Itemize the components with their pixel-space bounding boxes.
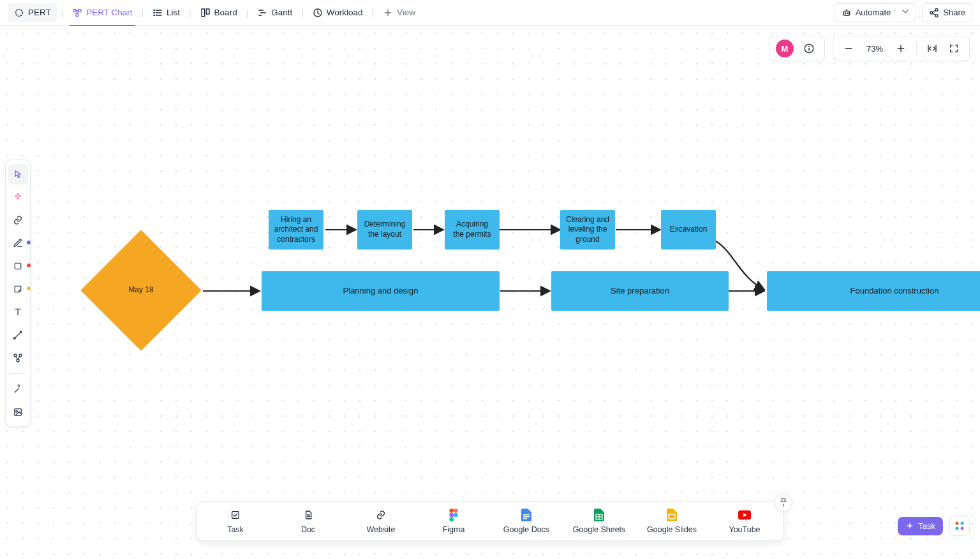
dock-task[interactable]: Task bbox=[208, 509, 263, 534]
list-icon bbox=[152, 8, 163, 18]
tab-gantt[interactable]: Gantt bbox=[249, 0, 300, 26]
app-name[interactable]: PERT bbox=[8, 3, 57, 22]
node-siteprep[interactable]: Site preparation bbox=[551, 271, 729, 311]
dock-label: Google Sheets bbox=[573, 525, 626, 534]
node-label: Hiring an architect and contractors bbox=[274, 215, 318, 245]
zoom-percent: 73% bbox=[861, 44, 888, 54]
square-icon bbox=[13, 261, 23, 271]
dock-doc[interactable]: Doc bbox=[281, 509, 336, 534]
tool-connector[interactable] bbox=[8, 325, 28, 345]
doc-icon bbox=[302, 509, 315, 521]
separator: | bbox=[300, 8, 305, 17]
node-planning[interactable]: Planning and design bbox=[262, 271, 500, 311]
svg-point-71 bbox=[961, 527, 964, 530]
collaborators-pill: M bbox=[769, 36, 825, 61]
tab-list[interactable]: List bbox=[145, 0, 188, 26]
fullscreen-button[interactable] bbox=[945, 40, 963, 57]
dock-website[interactable]: Website bbox=[353, 509, 408, 534]
tab-pert-chart[interactable]: PERT Chart bbox=[64, 0, 140, 26]
new-task-label: Task bbox=[918, 521, 935, 531]
tool-link[interactable] bbox=[8, 210, 28, 230]
svg-point-57 bbox=[449, 517, 454, 521]
pin-dock-button[interactable] bbox=[775, 493, 792, 511]
dock-google-sheets[interactable]: Google Sheets bbox=[572, 509, 627, 534]
tool-pen[interactable] bbox=[8, 233, 28, 253]
dock-google-docs[interactable]: Google Docs bbox=[499, 509, 554, 534]
info-button[interactable] bbox=[800, 40, 818, 57]
node-start-diamond[interactable]: May 18 bbox=[80, 230, 202, 351]
node-excavation[interactable]: Excavation bbox=[661, 210, 716, 250]
dock-google-slides[interactable]: Google Slides bbox=[644, 509, 699, 534]
plus-icon bbox=[896, 43, 906, 54]
canvas-top-right-controls: M 73% bbox=[769, 36, 970, 61]
info-icon bbox=[804, 43, 814, 54]
separator: | bbox=[370, 8, 375, 17]
svg-rect-41 bbox=[15, 263, 20, 269]
figma-icon bbox=[447, 509, 460, 521]
image-icon bbox=[13, 407, 23, 417]
automate-button[interactable]: Automate bbox=[835, 3, 917, 22]
tab-workload[interactable]: Workload bbox=[305, 0, 371, 26]
node-label: Acquiring the permits bbox=[450, 220, 494, 239]
svg-point-49 bbox=[16, 410, 18, 412]
dock-label: Google Docs bbox=[503, 525, 549, 534]
svg-rect-11 bbox=[206, 9, 209, 14]
tool-diagram[interactable] bbox=[8, 348, 28, 368]
node-label: Foundation construction bbox=[850, 286, 939, 297]
svg-point-68 bbox=[956, 522, 959, 525]
tool-magic[interactable] bbox=[8, 379, 28, 399]
tool-text[interactable] bbox=[8, 302, 28, 322]
zoom-in-button[interactable] bbox=[892, 40, 910, 57]
svg-rect-58 bbox=[523, 514, 530, 516]
apps-button[interactable] bbox=[949, 516, 970, 536]
pin-icon bbox=[778, 497, 789, 507]
tool-ai[interactable] bbox=[8, 187, 28, 207]
tab-label: Board bbox=[214, 8, 237, 17]
tool-image[interactable] bbox=[8, 402, 28, 422]
board-icon bbox=[200, 8, 211, 18]
minus-icon bbox=[843, 43, 854, 54]
new-task-button[interactable]: Task bbox=[898, 517, 943, 535]
plus-icon bbox=[383, 8, 393, 18]
svg-point-8 bbox=[154, 12, 154, 13]
plus-icon bbox=[905, 521, 914, 530]
dock-figma[interactable]: Figma bbox=[426, 509, 481, 534]
tool-shape[interactable] bbox=[8, 256, 28, 276]
fit-width-icon bbox=[927, 43, 937, 54]
tab-board[interactable]: Board bbox=[193, 0, 245, 26]
separator: | bbox=[140, 8, 145, 17]
google-slides-icon bbox=[665, 509, 678, 521]
node-label: Clearing and leveling the ground bbox=[565, 215, 610, 245]
tool-sticky[interactable] bbox=[8, 279, 28, 299]
dock-label: YouTube bbox=[729, 525, 760, 534]
fit-width-button[interactable] bbox=[923, 40, 941, 57]
separator: | bbox=[60, 8, 65, 17]
chevron-down-icon[interactable] bbox=[895, 6, 916, 19]
whiteboard-canvas[interactable]: May 18 Hiring an architect and contracto… bbox=[0, 26, 980, 559]
svg-line-25 bbox=[933, 13, 936, 15]
svg-point-19 bbox=[845, 13, 845, 13]
avatar[interactable]: M bbox=[776, 40, 794, 57]
node-permits[interactable]: Acquiring the permits bbox=[445, 210, 500, 250]
add-view-button[interactable]: View bbox=[375, 0, 423, 26]
node-hiring[interactable]: Hiring an architect and contractors bbox=[269, 210, 323, 250]
node-foundation[interactable]: Foundation construction bbox=[767, 271, 980, 311]
share-button[interactable]: Share bbox=[922, 3, 972, 22]
google-sheets-icon bbox=[593, 509, 605, 521]
zoom-out-button[interactable] bbox=[840, 40, 858, 57]
dock-youtube[interactable]: YouTube bbox=[717, 509, 772, 534]
svg-point-7 bbox=[154, 10, 154, 10]
dock-label: Figma bbox=[443, 525, 465, 534]
node-layout[interactable]: Determining the layout bbox=[357, 210, 412, 250]
svg-point-55 bbox=[449, 513, 454, 518]
tool-select[interactable] bbox=[8, 164, 28, 184]
bottom-right-controls: Task bbox=[898, 516, 970, 536]
svg-rect-10 bbox=[202, 9, 205, 17]
svg-point-9 bbox=[154, 15, 154, 15]
link-icon bbox=[375, 509, 387, 521]
workload-icon bbox=[313, 8, 323, 18]
node-label: Site preparation bbox=[611, 286, 669, 297]
svg-point-54 bbox=[454, 509, 458, 513]
node-clearing[interactable]: Clearing and leveling the ground bbox=[560, 210, 615, 250]
color-indicator bbox=[27, 241, 31, 244]
